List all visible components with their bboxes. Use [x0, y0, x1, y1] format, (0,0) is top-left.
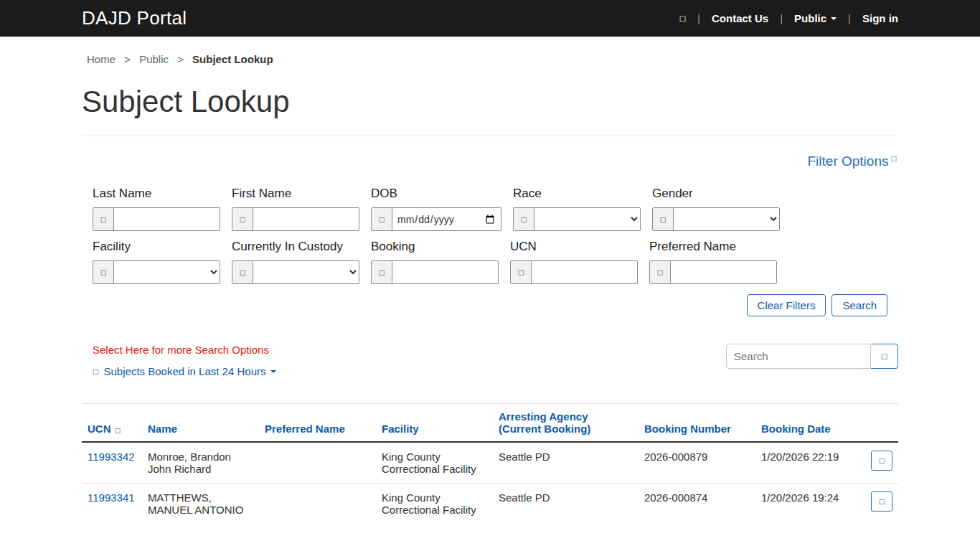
clock-icon: □	[93, 368, 99, 375]
breadcrumb-public[interactable]: Public	[139, 53, 169, 65]
brand-logo[interactable]: DAJD Portal	[82, 7, 187, 29]
search-button[interactable]: Search	[831, 294, 887, 316]
facility-cell: King County Correctional Facility	[376, 442, 493, 484]
preferred-name-label: Preferred Name	[649, 240, 777, 254]
arresting-agency-cell: Seattle PD	[493, 484, 639, 524]
field-icon: □	[100, 269, 107, 276]
currently-in-custody-select[interactable]	[253, 260, 359, 284]
navbar-divider: |	[697, 12, 700, 24]
nav-item-contact-us[interactable]: Contact Us	[712, 12, 768, 24]
navbar-menu: □ | Contact Us | Public | Sign in	[679, 12, 898, 24]
navbar-divider: |	[848, 12, 851, 24]
last-name-input[interactable]	[113, 207, 220, 231]
column-header-booking-date[interactable]: Booking Date	[755, 404, 851, 443]
preferred-name-cell	[259, 442, 376, 484]
breadcrumb-separator: >	[124, 53, 131, 65]
ucn-input[interactable]	[531, 260, 638, 284]
column-header-ucn[interactable]: UCN□	[82, 404, 142, 443]
field-icon: □	[100, 216, 107, 223]
field-icon: □	[240, 216, 246, 223]
subjects-last-24-hours-dropdown[interactable]: □ Subjects Booked in Last 24 Hours	[93, 365, 276, 377]
breadcrumb: Home > Public > Subject Lookup	[82, 53, 898, 65]
search-icon: □	[679, 14, 686, 22]
table-row: 11993341 MATTHEWS, MANUEL ANTONIO King C…	[82, 484, 898, 524]
booking-clear-button[interactable]: □	[371, 260, 392, 284]
breadcrumb-home[interactable]: Home	[87, 53, 116, 65]
column-header-booking-number[interactable]: Booking Number	[639, 404, 755, 443]
breadcrumb-separator: >	[177, 53, 184, 65]
clear-filters-button[interactable]: Clear Filters	[747, 294, 826, 316]
field-icon: □	[379, 269, 385, 276]
row-details-button[interactable]: □	[871, 491, 892, 512]
race-select[interactable]	[534, 207, 641, 231]
first-name-clear-button[interactable]: □	[232, 207, 253, 231]
gender-select[interactable]	[673, 207, 780, 231]
arresting-agency-cell: Seattle PD	[493, 442, 639, 484]
top-navbar: DAJD Portal □ | Contact Us | Public | Si…	[0, 0, 980, 37]
field-icon: □	[379, 216, 385, 223]
field-icon: □	[660, 216, 666, 223]
caret-down-icon	[270, 370, 276, 373]
row-details-button[interactable]: □	[871, 451, 892, 471]
dob-input[interactable]	[392, 207, 501, 231]
booking-input[interactable]	[392, 260, 499, 284]
preferred-name-input[interactable]	[670, 260, 777, 284]
preferred-name-cell	[259, 484, 376, 524]
ucn-clear-button[interactable]: □	[510, 260, 532, 284]
column-header-actions	[851, 404, 898, 443]
nav-item-sign-in[interactable]: Sign in	[862, 12, 898, 24]
column-header-facility[interactable]: Facility	[376, 404, 493, 443]
field-icon: □	[518, 269, 524, 276]
table-row: 11993342 Monroe, Brandon John Richard Ki…	[82, 442, 898, 484]
ucn-header-label: UCN	[88, 423, 111, 435]
column-header-name[interactable]: Name	[142, 404, 259, 443]
first-name-input[interactable]	[253, 207, 359, 231]
booking-date-cell: 1/20/2026 22:19	[755, 442, 851, 484]
facility-label: Facility	[93, 240, 220, 254]
facility-clear-button[interactable]: □	[93, 260, 114, 284]
navbar-search-button[interactable]: □	[679, 14, 686, 22]
table-search-group: □	[726, 344, 898, 369]
facility-cell: King County Correctional Facility	[376, 484, 493, 524]
search-icon: □	[881, 352, 887, 360]
last-name-label: Last Name	[93, 187, 220, 201]
booking-number-cell: 2026-000874	[639, 484, 755, 524]
field-icon: □	[521, 216, 527, 223]
custody-clear-button[interactable]: □	[232, 260, 253, 284]
breadcrumb-current: Subject Lookup	[192, 53, 273, 65]
details-icon: □	[879, 498, 885, 505]
nav-item-public-menu[interactable]: Public	[794, 12, 837, 24]
ucn-link[interactable]: 11993342	[88, 451, 135, 463]
field-icon: □	[657, 269, 664, 276]
facility-select[interactable]	[113, 260, 220, 284]
filter-options-toggle[interactable]: Filter Options□	[808, 154, 897, 169]
column-header-preferred-name[interactable]: Preferred Name	[259, 404, 376, 443]
name-cell: Monroe, Brandon John Richard	[142, 442, 259, 484]
booking-label: Booking	[371, 240, 499, 254]
details-icon: □	[879, 457, 885, 464]
dob-clear-button[interactable]: □	[371, 207, 392, 231]
more-search-options-link[interactable]: Select Here for more Search Options	[93, 344, 276, 356]
ucn-label: UCN	[510, 240, 638, 254]
ucn-link[interactable]: 11993341	[88, 491, 135, 504]
filter-options-label: Filter Options	[808, 154, 889, 169]
results-table: UCN□ Name Preferred Name Facility Arrest…	[82, 403, 898, 524]
table-search-input[interactable]	[726, 344, 871, 369]
filter-icon: □	[890, 155, 897, 162]
last-name-clear-button[interactable]: □	[93, 207, 114, 231]
race-clear-button[interactable]: □	[513, 207, 534, 231]
field-icon: □	[240, 269, 246, 276]
preferred-name-clear-button[interactable]: □	[649, 260, 671, 284]
filter-form: Last Name □ First Name □ DOB □	[82, 187, 898, 316]
booking-date-cell: 1/20/2026 19:24	[755, 484, 851, 524]
column-header-arresting-agency[interactable]: Arresting Agency (Current Booking)	[493, 404, 639, 443]
table-search-button[interactable]: □	[871, 344, 898, 369]
race-label: Race	[513, 187, 641, 201]
gender-label: Gender	[652, 187, 780, 201]
caret-down-icon	[831, 17, 837, 20]
page-title: Subject Lookup	[82, 84, 898, 136]
booking-number-cell: 2026-000879	[639, 442, 755, 484]
navbar-divider: |	[780, 12, 783, 24]
gender-clear-button[interactable]: □	[652, 207, 674, 231]
dob-label: DOB	[371, 187, 501, 201]
